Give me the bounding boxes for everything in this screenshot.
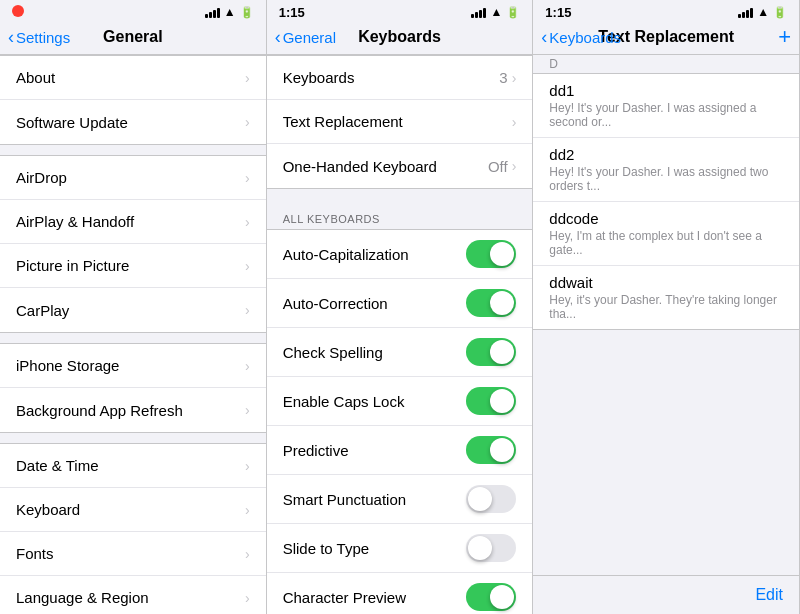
chevron-keyboard: ›	[245, 502, 250, 518]
signal-bar-2-3	[479, 10, 482, 18]
nav-bar-2: ‹ General Keyboards	[267, 22, 533, 55]
tr-item-dd2[interactable]: dd2 Hey! It's your Dasher. I was assigne…	[533, 138, 799, 202]
status-bar-1: ▲ 🔋	[0, 0, 266, 22]
group-replacements: dd1 Hey! It's your Dasher. I was assigne…	[533, 73, 799, 330]
keyboards-list: Keyboards 3 › Text Replacement › One-Han…	[267, 55, 533, 614]
list-item-char-preview[interactable]: Character Preview	[267, 573, 533, 614]
group-datetime: Date & Time › Keyboard › Fonts › Languag…	[0, 443, 266, 614]
list-item-language[interactable]: Language & Region ›	[0, 576, 266, 614]
signal-bar-2-4	[483, 8, 486, 18]
tr-item-dd1[interactable]: dd1 Hey! It's your Dasher. I was assigne…	[533, 74, 799, 138]
signal-bar-2-1	[471, 14, 474, 18]
chevron-software-update: ›	[245, 114, 250, 130]
list-item-about[interactable]: About ›	[0, 56, 266, 100]
toggle-slide-to-type[interactable]	[466, 534, 516, 562]
all-keyboards-header: ALL KEYBOARDS	[267, 199, 533, 229]
chevron-text-replacement: ›	[512, 114, 517, 130]
nav-title-2: Keyboards	[358, 28, 441, 46]
nav-bar-1: ‹ Settings General	[0, 22, 266, 55]
toggle-char-preview[interactable]	[466, 583, 516, 611]
toggle-predictive[interactable]	[466, 436, 516, 464]
chevron-airdrop: ›	[245, 170, 250, 186]
list-item-background-refresh[interactable]: Background App Refresh ›	[0, 388, 266, 432]
back-button-3[interactable]: ‹ Keyboards	[541, 27, 621, 48]
text-replacement-list: D dd1 Hey! It's your Dasher. I was assig…	[533, 55, 799, 575]
list-item-smart-punctuation[interactable]: Smart Punctuation	[267, 475, 533, 524]
list-item-datetime[interactable]: Date & Time ›	[0, 444, 266, 488]
status-time-2: 1:15	[279, 5, 305, 20]
list-item-slide-to-type[interactable]: Slide to Type	[267, 524, 533, 573]
back-label-2: General	[283, 29, 336, 46]
tr-item-ddcode[interactable]: ddcode Hey, I'm at the complex but I don…	[533, 202, 799, 266]
nav-bar-3: ‹ Keyboards Text Replacement +	[533, 22, 799, 55]
list-item-iphone-storage[interactable]: iPhone Storage ›	[0, 344, 266, 388]
settings-list-1: About › Software Update › AirDrop › AirP…	[0, 55, 266, 614]
list-item-airdrop[interactable]: AirDrop ›	[0, 156, 266, 200]
signal-bar-3	[213, 10, 216, 18]
wifi-icon-2: ▲	[490, 5, 502, 19]
wifi-icon: ▲	[224, 5, 236, 19]
chevron-one-handed: ›	[512, 158, 517, 174]
signal-bar-3-1	[738, 14, 741, 18]
signal-bar-2	[209, 12, 212, 18]
chevron-fonts: ›	[245, 546, 250, 562]
list-item-check-spelling[interactable]: Check Spelling	[267, 328, 533, 377]
back-button-2[interactable]: ‹ General	[275, 27, 336, 48]
toggle-caps-lock[interactable]	[466, 387, 516, 415]
tr-item-ddwait[interactable]: ddwait Hey, it's your Dasher. They're ta…	[533, 266, 799, 329]
battery-icon-2: 🔋	[506, 6, 520, 19]
chevron-datetime: ›	[245, 458, 250, 474]
list-item-carplay[interactable]: CarPlay ›	[0, 288, 266, 332]
list-item-software-update[interactable]: Software Update ›	[0, 100, 266, 144]
chevron-carplay: ›	[245, 302, 250, 318]
back-label-1: Settings	[16, 29, 70, 46]
chevron-airplay: ›	[245, 214, 250, 230]
signal-bars-2	[471, 7, 486, 18]
chevron-pip: ›	[245, 258, 250, 274]
list-item-caps-lock[interactable]: Enable Caps Lock	[267, 377, 533, 426]
list-item-picture-in-picture[interactable]: Picture in Picture ›	[0, 244, 266, 288]
back-arrow-2: ‹	[275, 27, 281, 48]
signal-bar-3-3	[746, 10, 749, 18]
status-time-3: 1:15	[545, 5, 571, 20]
list-item-auto-correct[interactable]: Auto-Correction	[267, 279, 533, 328]
panel-general: ▲ 🔋 ‹ Settings General About › Software …	[0, 0, 267, 614]
edit-button[interactable]: Edit	[755, 586, 783, 604]
list-item-keyboards[interactable]: Keyboards 3 ›	[267, 56, 533, 100]
group-about: About › Software Update ›	[0, 55, 266, 145]
list-item-airplay[interactable]: AirPlay & Handoff ›	[0, 200, 266, 244]
back-arrow-1: ‹	[8, 27, 14, 48]
group-airdrop: AirDrop › AirPlay & Handoff › Picture in…	[0, 155, 266, 333]
list-item-fonts[interactable]: Fonts ›	[0, 532, 266, 576]
list-item-predictive[interactable]: Predictive	[267, 426, 533, 475]
status-icons-3: ▲ 🔋	[738, 5, 787, 19]
list-item-keyboard[interactable]: Keyboard ›	[0, 488, 266, 532]
bottom-bar-3: Edit	[533, 575, 799, 614]
signal-bar-2-2	[475, 12, 478, 18]
list-item-one-handed[interactable]: One-Handed Keyboard Off ›	[267, 144, 533, 188]
group-storage: iPhone Storage › Background App Refresh …	[0, 343, 266, 433]
status-bar-2: 1:15 ▲ 🔋	[267, 0, 533, 22]
wifi-icon-3: ▲	[757, 5, 769, 19]
signal-bar-1	[205, 14, 208, 18]
panel-text-replacement: 1:15 ▲ 🔋 ‹ Keyboards Text Replacement + …	[533, 0, 800, 614]
back-button-1[interactable]: ‹ Settings	[8, 27, 70, 48]
signal-bars-3	[738, 7, 753, 18]
list-item-auto-cap[interactable]: Auto-Capitalization	[267, 230, 533, 279]
panel-keyboards: 1:15 ▲ 🔋 ‹ General Keyboards Keyboards 3…	[267, 0, 534, 614]
battery-icon-3: 🔋	[773, 6, 787, 19]
add-button[interactable]: +	[778, 24, 791, 50]
signal-bar-3-2	[742, 12, 745, 18]
chevron-about: ›	[245, 70, 250, 86]
toggle-auto-correct[interactable]	[466, 289, 516, 317]
list-item-text-replacement[interactable]: Text Replacement ›	[267, 100, 533, 144]
record-dot	[12, 3, 24, 21]
toggle-auto-cap[interactable]	[466, 240, 516, 268]
toggle-smart-punctuation[interactable]	[466, 485, 516, 513]
group-toggles: Auto-Capitalization Auto-Correction Chec…	[267, 229, 533, 614]
nav-title-1: General	[103, 28, 163, 46]
battery-icon: 🔋	[240, 6, 254, 19]
chevron-refresh: ›	[245, 402, 250, 418]
toggle-check-spelling[interactable]	[466, 338, 516, 366]
signal-bar-3-4	[750, 8, 753, 18]
